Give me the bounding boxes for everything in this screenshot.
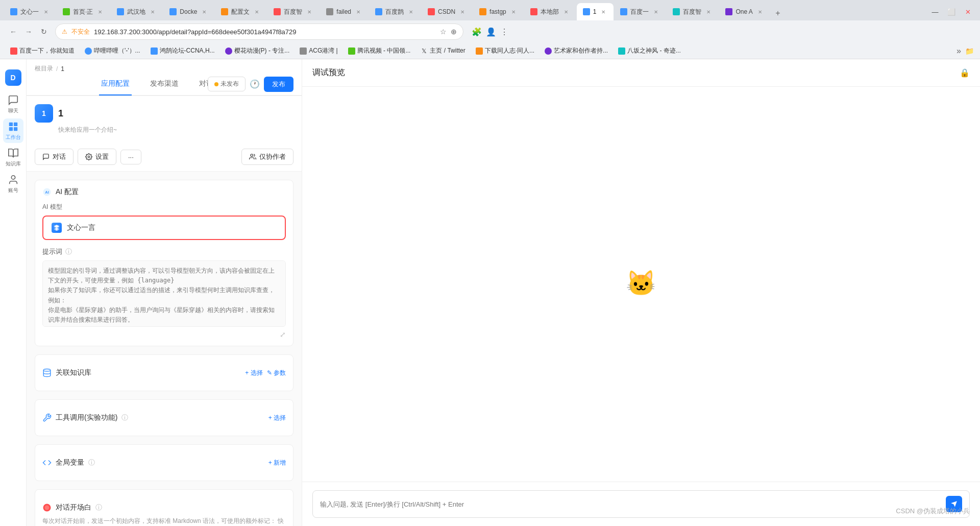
star-icon[interactable]: ☆ (440, 28, 447, 36)
tab-8[interactable]: 百度鹊 ✕ (369, 3, 421, 20)
ai-model-name: 文心一言 (67, 223, 95, 232)
more-button[interactable]: ··· (120, 150, 141, 164)
tab-5[interactable]: 配置文 ✕ (215, 3, 267, 20)
knowledge-select-btn[interactable]: + 选择 (245, 369, 262, 377)
tab-favicon-12 (583, 8, 590, 15)
knowledge-section: 关联知识库 + 选择 ✎ 参数 (35, 354, 293, 391)
bookmark-bilibili[interactable]: 哔哩哔哩（'-'）... (81, 45, 144, 57)
tab-close-5[interactable]: ✕ (253, 8, 261, 16)
sidebar-item-knowledge[interactable]: 知识库 (3, 145, 23, 170)
tool-select-btn[interactable]: + 选择 (268, 414, 286, 422)
knowledge-actions: + 选择 ✎ 参数 (245, 369, 286, 377)
tab-10[interactable]: fastgp ✕ (473, 3, 524, 20)
tab-label-3: 武汉地 (127, 8, 145, 16)
tab-close-15[interactable]: ✕ (756, 8, 764, 16)
bookmark-more-icon[interactable]: » (957, 46, 961, 56)
knowledge-params-btn[interactable]: ✎ 参数 (267, 369, 286, 377)
bookmark-art[interactable]: 艺术家和创作者持... (541, 45, 612, 57)
var-info-icon[interactable]: ⓘ (88, 458, 95, 467)
bookmark-baidu[interactable]: 百度一下，你就知道 (6, 45, 79, 57)
top-nav-right-actions: 未发布 🕐 发布 (208, 77, 293, 92)
more-options-icon[interactable]: ⋮ (500, 27, 508, 37)
history-icon[interactable]: 🕐 (250, 79, 260, 89)
tab-3[interactable]: 武汉地 ✕ (111, 3, 163, 20)
tab-close-3[interactable]: ✕ (149, 8, 157, 16)
preview-fullscreen-icon[interactable]: 🔒 (960, 68, 970, 78)
tab-close-10[interactable]: ✕ (509, 8, 518, 16)
tab-close-7[interactable]: ✕ (354, 8, 362, 16)
tab-close-8[interactable]: ✕ (407, 8, 415, 16)
svg-rect-3 (13, 127, 17, 130)
tab-15[interactable]: One A ✕ (719, 3, 770, 20)
bookmark-yasaka[interactable]: 八坂之神风 - 奇迹... (614, 45, 685, 57)
svg-point-9 (43, 369, 51, 372)
tab-11[interactable]: 本地部 ✕ (524, 3, 576, 20)
extensions-icon[interactable]: 🧩 (472, 27, 482, 37)
tab-app-config[interactable]: 应用配置 (99, 73, 132, 95)
settings-icon (85, 153, 92, 160)
chat-input[interactable] (320, 500, 941, 508)
bookmark-hh[interactable]: 鸿鹄论坛-CCNA,H... (146, 45, 219, 57)
forward-button[interactable]: → (21, 25, 36, 39)
tab-publish[interactable]: 发布渠道 (148, 73, 181, 95)
close-button[interactable]: ✕ (962, 6, 974, 18)
tab-13[interactable]: 百度一 ✕ (614, 3, 666, 20)
tab-close-9[interactable]: ✕ (458, 8, 467, 16)
tab-6[interactable]: 百度智 ✕ (267, 3, 320, 20)
bookmark-folder-icon[interactable]: 📁 (965, 47, 974, 55)
sidebar-item-account[interactable]: 账号 (3, 172, 23, 196)
tool-info-icon[interactable]: ⓘ (121, 413, 128, 422)
prompt-textarea[interactable] (42, 260, 286, 327)
draft-button[interactable]: 未发布 (208, 77, 246, 91)
sidebar-icons: D 聊天 工作台 知识库 (0, 59, 27, 526)
tab-12-active[interactable]: 1 ✕ (577, 3, 614, 20)
settings-button[interactable]: 设置 (78, 149, 116, 165)
bookmark-dl[interactable]: 下载同人志·同人... (472, 45, 538, 57)
opening-info-icon[interactable]: ⓘ (95, 503, 102, 512)
tab-4[interactable]: Docke ✕ (163, 3, 214, 20)
maximize-button[interactable]: ⬜ (945, 6, 958, 18)
tab-close-11[interactable]: ✕ (562, 8, 570, 16)
tab-1[interactable]: 文心一 ✕ (4, 3, 56, 20)
prompt-info-icon[interactable]: ⓘ (65, 247, 72, 256)
bookmark-acg[interactable]: ACG港湾 | (296, 45, 341, 57)
var-left: 全局变量 ⓘ (42, 458, 95, 467)
sidebar-item-chat[interactable]: 聊天 (3, 92, 23, 116)
publish-button[interactable]: 发布 (264, 77, 293, 92)
expand-icon[interactable]: ⤢ (280, 330, 286, 339)
bookmark-favicon-2 (85, 47, 92, 55)
new-tab-button[interactable]: + (771, 6, 785, 20)
bookmark-twitter[interactable]: 𝕏 主页 / Twitter (416, 45, 469, 57)
extension-icon[interactable]: ⊕ (451, 28, 457, 36)
bookmark-tencent[interactable]: 腾讯视频 - 中国领... (344, 45, 415, 57)
tab-14[interactable]: 百度智 ✕ (667, 3, 719, 20)
tab-favicon-10 (479, 8, 486, 15)
tab-9[interactable]: CSDN ✕ (422, 3, 473, 20)
right-panel: 调试预览 🔒 🐱 (302, 59, 980, 526)
ai-model-select[interactable]: 文心一言 (42, 216, 286, 240)
tab-close-2[interactable]: ✕ (96, 8, 104, 16)
tab-close-12[interactable]: ✕ (599, 8, 607, 16)
sidebar-item-workspace[interactable]: 工作台 (3, 118, 23, 143)
draft-dot (214, 82, 218, 86)
tab-7[interactable]: failed ✕ (320, 3, 369, 20)
minimize-button[interactable]: — (929, 6, 941, 18)
tab-close-6[interactable]: ✕ (305, 8, 313, 16)
bookmark-favicon-8 (476, 47, 483, 55)
profile-icon[interactable]: 👤 (486, 27, 496, 37)
tab-close-1[interactable]: ✕ (42, 8, 50, 16)
reload-button[interactable]: ↻ (37, 25, 51, 39)
back-button[interactable]: ← (6, 25, 20, 39)
var-add-btn[interactable]: + 新增 (268, 459, 286, 467)
dialog-button[interactable]: 对话 (35, 149, 74, 165)
tab-close-14[interactable]: ✕ (704, 8, 713, 16)
tab-close-13[interactable]: ✕ (652, 8, 660, 16)
tab-close-4[interactable]: ✕ (200, 8, 208, 16)
bookmark-label-4: 樱花动漫(P) - 专注... (234, 46, 290, 55)
tab-2[interactable]: 首页·正 ✕ (57, 3, 110, 20)
bookmark-favicon-1 (10, 47, 17, 55)
address-bar[interactable]: ⚠ 不安全 192.168.37.200:3000/app/detail?app… (55, 23, 463, 40)
collab-button[interactable]: 仅协作者 (241, 149, 293, 165)
window-controls: — ⬜ ✕ (929, 6, 980, 18)
bookmark-yinghua[interactable]: 樱花动漫(P) - 专注... (221, 45, 294, 57)
